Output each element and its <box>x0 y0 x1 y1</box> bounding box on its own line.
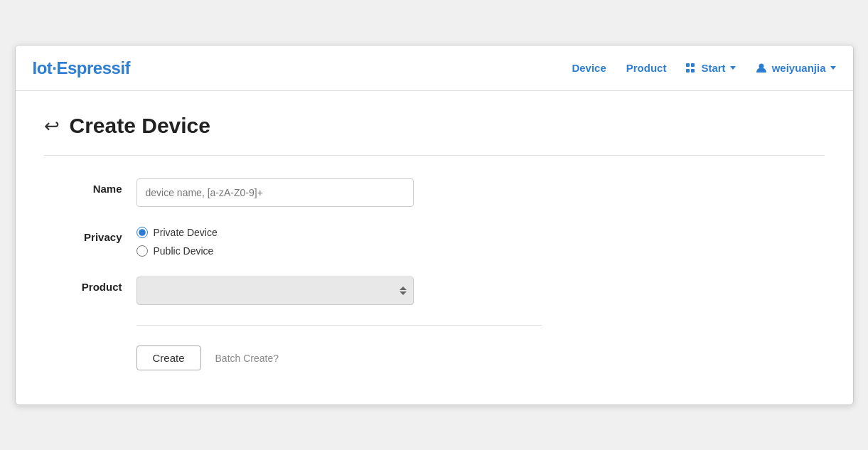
private-device-option[interactable]: Private Device <box>136 227 542 238</box>
form-divider <box>136 325 542 326</box>
create-device-form: Name Privacy Private Device Public Devic… <box>44 178 542 370</box>
brand-logo[interactable]: Iot·Espressif <box>33 58 131 78</box>
name-row: Name <box>44 178 542 207</box>
privacy-radio-group: Private Device Public Device <box>136 227 542 257</box>
grid-icon <box>686 63 696 73</box>
product-select-wrapper <box>136 277 414 305</box>
product-select-container <box>136 277 542 305</box>
public-radio[interactable] <box>136 245 148 257</box>
grid-dot <box>691 63 695 67</box>
nav-device[interactable]: Device <box>572 62 606 74</box>
form-actions: Create Batch Create? <box>136 345 542 370</box>
grid-dot <box>686 63 690 67</box>
name-field-container <box>136 178 542 207</box>
navbar: Iot·Espressif Device Product Start <box>16 45 853 91</box>
product-select[interactable] <box>136 277 414 305</box>
product-label: Product <box>44 277 122 293</box>
back-button[interactable]: ↩ <box>44 115 60 137</box>
page-title: Create Device <box>70 114 210 138</box>
nav-user-dropdown[interactable]: weiyuanjia <box>756 62 836 74</box>
chevron-down-icon <box>730 66 736 70</box>
product-row: Product <box>44 277 542 305</box>
private-device-label: Private Device <box>154 227 218 238</box>
start-label: Start <box>701 62 725 74</box>
name-input[interactable] <box>136 178 414 207</box>
user-name-label: weiyuanjia <box>772 62 826 74</box>
batch-create-link[interactable]: Batch Create? <box>215 353 279 364</box>
navbar-nav: Device Product Start weiyuanjia <box>572 62 835 74</box>
chevron-down-icon <box>830 66 836 70</box>
privacy-row: Privacy Private Device Public Device <box>44 227 542 257</box>
name-label: Name <box>44 178 122 195</box>
public-device-label: Public Device <box>154 245 214 257</box>
main-content: ↩ Create Device Name Privacy Private Dev… <box>16 91 853 405</box>
privacy-label: Privacy <box>44 227 122 243</box>
page-header: ↩ Create Device <box>44 114 825 138</box>
public-device-option[interactable]: Public Device <box>136 245 542 257</box>
grid-dot <box>686 69 690 73</box>
create-button[interactable]: Create <box>136 345 201 370</box>
nav-start-dropdown[interactable]: Start <box>686 62 735 74</box>
grid-dot <box>691 69 695 73</box>
nav-product[interactable]: Product <box>626 62 667 74</box>
user-icon <box>756 63 767 74</box>
app-window: Iot·Espressif Device Product Start <box>15 45 854 405</box>
private-radio[interactable] <box>136 227 148 238</box>
header-divider <box>44 155 825 156</box>
